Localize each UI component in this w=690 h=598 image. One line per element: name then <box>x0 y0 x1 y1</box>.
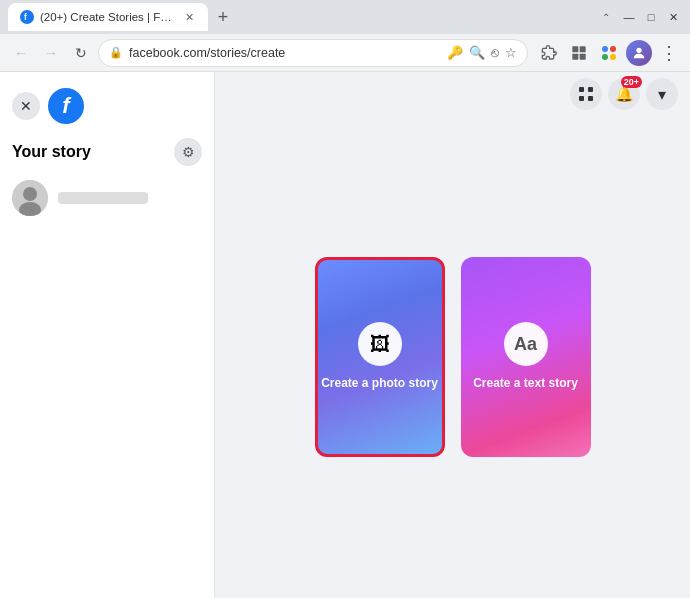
address-bar: ← → ↻ 🔒 facebook.com/stories/create 🔑 🔍 … <box>0 34 690 72</box>
close-window-button[interactable]: ✕ <box>664 8 682 26</box>
page-topbar: 🔔 20+ ▾ <box>215 72 690 116</box>
active-tab[interactable]: f (20+) Create Stories | Facebook ✕ <box>8 3 208 31</box>
story-cards-area: 🖼 Create a photo story Aa Create a text … <box>215 116 690 598</box>
share-icon[interactable]: ⎋ <box>491 45 499 60</box>
svg-point-9 <box>610 54 616 60</box>
title-bar: f (20+) Create Stories | Facebook ✕ + ⌃ … <box>0 0 690 34</box>
extensions-puzzle-icon[interactable] <box>536 40 562 66</box>
svg-point-12 <box>23 187 37 201</box>
browser-window: f (20+) Create Stories | Facebook ✕ + ⌃ … <box>0 0 690 598</box>
svg-rect-5 <box>580 53 586 59</box>
your-story-header: Your story ⚙ <box>12 138 202 166</box>
sidebar-header: ✕ f <box>0 82 214 130</box>
user-list-item[interactable] <box>12 174 202 222</box>
sidebar: ✕ f Your story ⚙ <box>0 72 215 598</box>
search-icon[interactable]: 🔍 <box>469 45 485 60</box>
tab-title: (20+) Create Stories | Facebook <box>40 11 175 23</box>
minimize-button[interactable]: — <box>620 8 638 26</box>
settings-button[interactable]: ⚙ <box>174 138 202 166</box>
gear-icon: ⚙ <box>182 144 195 160</box>
user-name <box>58 192 148 204</box>
maximize-button[interactable]: □ <box>642 8 660 26</box>
close-sidebar-button[interactable]: ✕ <box>12 92 40 120</box>
chevron-down-icon: ▾ <box>658 85 666 104</box>
chevron-up-icon: ⌃ <box>602 12 610 23</box>
colorful-icon[interactable] <box>596 40 622 66</box>
text-story-label: Create a text story <box>473 376 578 392</box>
back-button: ← <box>8 40 34 66</box>
svg-point-10 <box>636 47 641 52</box>
photo-icon: 🖼 <box>370 333 390 356</box>
url-icons: 🔑 🔍 ⎋ ☆ <box>447 45 517 60</box>
facebook-logo[interactable]: f <box>48 88 84 124</box>
svg-rect-15 <box>588 87 593 92</box>
svg-rect-17 <box>588 96 593 101</box>
create-photo-story-card[interactable]: 🖼 Create a photo story <box>315 257 445 457</box>
svg-rect-3 <box>580 46 586 52</box>
account-menu-button[interactable]: ▾ <box>646 78 678 110</box>
text-icon: Aa <box>514 334 537 355</box>
main-panel: 🔔 20+ ▾ 🖼 Create a photo story <box>215 72 690 598</box>
svg-rect-2 <box>572 46 578 52</box>
text-story-icon-circle: Aa <box>504 322 548 366</box>
notification-badge: 20+ <box>621 76 642 88</box>
your-story-section: Your story ⚙ <box>0 130 214 222</box>
page-content: ✕ f Your story ⚙ <box>0 72 690 598</box>
svg-point-8 <box>602 54 608 60</box>
create-text-story-card[interactable]: Aa Create a text story <box>461 257 591 457</box>
avatar <box>12 180 48 216</box>
svg-text:f: f <box>24 13 27 22</box>
svg-point-7 <box>610 46 616 52</box>
new-tab-button[interactable]: + <box>210 4 236 30</box>
key-icon[interactable]: 🔑 <box>447 45 463 60</box>
tab-favicon: f <box>20 10 34 24</box>
svg-rect-16 <box>579 96 584 101</box>
url-text: facebook.com/stories/create <box>129 46 441 60</box>
svg-rect-4 <box>572 53 578 59</box>
svg-point-6 <box>602 46 608 52</box>
extensions-icon[interactable] <box>566 40 592 66</box>
reload-button[interactable]: ↻ <box>68 40 94 66</box>
profile-button[interactable] <box>626 40 652 66</box>
window-controls: — □ ✕ <box>620 8 682 26</box>
svg-rect-14 <box>579 87 584 92</box>
forward-button: → <box>38 40 64 66</box>
url-bar[interactable]: 🔒 facebook.com/stories/create 🔑 🔍 ⎋ ☆ <box>98 39 528 67</box>
photo-story-label: Create a photo story <box>321 376 438 392</box>
your-story-title: Your story <box>12 143 91 161</box>
tab-area: f (20+) Create Stories | Facebook ✕ + <box>8 0 596 34</box>
toolbar-right: ⋮ <box>536 40 682 66</box>
notifications-button[interactable]: 🔔 20+ <box>608 78 640 110</box>
lock-icon: 🔒 <box>109 46 123 59</box>
tab-close-button[interactable]: ✕ <box>183 9 196 25</box>
menu-button[interactable]: ⋮ <box>656 40 682 66</box>
svg-point-0 <box>20 10 34 24</box>
photo-story-icon-circle: 🖼 <box>358 322 402 366</box>
grid-view-button[interactable] <box>570 78 602 110</box>
bookmark-icon[interactable]: ☆ <box>505 45 517 60</box>
